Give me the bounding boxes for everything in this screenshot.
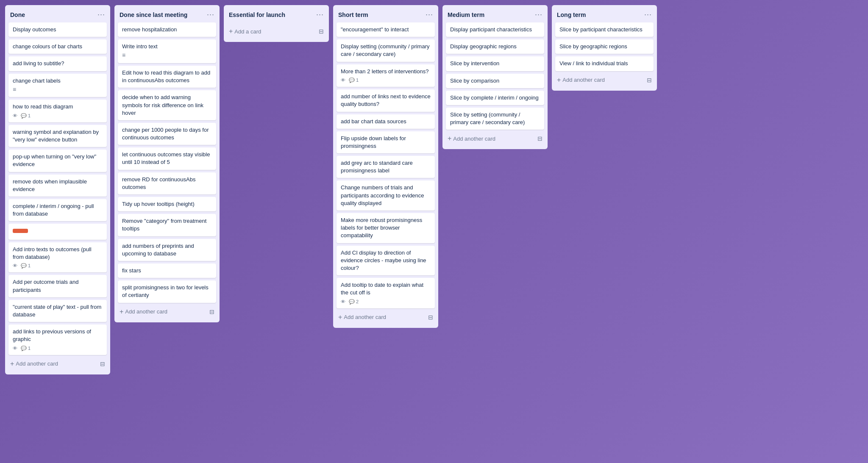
template-icon[interactable]: ⊟ [647,77,652,83]
card[interactable]: Add per outcome trials and participants [8,275,107,297]
card[interactable]: Flip upside down labels for promisingnes… [337,131,435,153]
column-header-long-term: Long term··· [555,9,654,22]
template-icon[interactable]: ⊟ [209,308,214,315]
card-text: add grey arc to standard care promisingn… [341,160,413,174]
card[interactable]: warning symbol and explanation by "very … [8,125,107,147]
template-icon[interactable]: ⊟ [537,135,542,142]
column-header-essential-launch: Essential for launch··· [227,9,326,22]
card-text: "current state of play" text - pull from… [13,304,101,318]
card[interactable]: decide when to add warning symbols for r… [118,90,216,120]
card[interactable]: Slice by complete / interim / ongoing [446,91,544,105]
card-watch-icon: 👁 [13,345,17,352]
column-menu-done-since-last[interactable]: ··· [207,10,214,19]
add-card-button-long-term[interactable]: +Add another card⊟ [555,74,654,86]
card-comment-icon: 💬 1 [21,113,31,119]
card-text: Add CI display to direction of evidence … [341,250,426,271]
card[interactable]: Slice by participant characteristics [555,22,654,37]
card[interactable]: Slice by comparison [446,74,544,88]
card[interactable]: Add tooltip to date to explain what the … [337,278,435,308]
card[interactable]: "current state of play" text - pull from… [8,300,107,322]
card[interactable]: Slice by geographic regions [555,39,654,54]
card-text: Add per outcome trials and participants [13,279,78,293]
card-text: Slice by complete / interim / ongoing [450,94,539,101]
column-title-medium-term: Medium term [448,11,484,18]
card[interactable]: Make more robust promisingness labels fo… [337,213,435,243]
card[interactable]: fix stars [118,263,216,278]
card[interactable]: Display geographic regions [446,39,544,54]
card[interactable]: "encouragement" to interact [337,22,435,37]
card[interactable]: Tidy up hover tooltips (height) [118,197,216,211]
add-card-plus-icon: + [10,360,14,368]
card[interactable]: Display participant characteristics [446,22,544,37]
template-icon[interactable]: ⊟ [428,314,433,321]
card[interactable]: Add CI display to direction of evidence … [337,246,435,276]
card-comment-icon: 💬 2 [349,299,359,305]
column-menu-long-term[interactable]: ··· [644,10,652,19]
card[interactable]: Edit how to read this diagram to add in … [118,66,216,88]
card[interactable]: add living to subtitle? [8,56,107,71]
card-footer: 👁💬 1 [13,345,103,352]
card[interactable]: Write intro text≡ [118,39,216,63]
card[interactable]: add number of links next to evidence qua… [337,89,435,111]
card-text: remove hospitalization [122,26,177,33]
add-card-left: +Add another card [557,76,605,84]
column-menu-short-term[interactable]: ··· [426,10,433,19]
add-card-button-essential-launch[interactable]: +Add a card⊟ [227,25,326,38]
card[interactable]: add bar chart data sources [337,114,435,129]
card[interactable]: Display setting (community / primary car… [337,39,435,61]
card[interactable]: remove hospitalization [118,22,216,37]
card-text: Display setting (community / primary car… [341,43,430,57]
card[interactable]: Change numbers of trials and participant… [337,180,435,211]
card[interactable]: change colours of bar charts [8,39,107,54]
add-card-button-medium-term[interactable]: +Add another card⊟ [446,132,544,145]
template-icon[interactable]: ⊟ [100,360,105,367]
column-menu-essential-launch[interactable]: ··· [316,10,324,19]
template-icon[interactable]: ⊟ [319,28,324,35]
column-medium-term: Medium term···Display participant charac… [442,5,548,149]
card-text: add bar chart data sources [341,118,406,125]
card[interactable]: split promisingness in two for levels of… [118,280,216,302]
add-card-button-done-since-last[interactable]: +Add another card⊟ [118,305,216,318]
card-text: change per 1000 people to days for conti… [122,127,209,141]
column-title-done: Done [10,11,25,18]
card[interactable]: Slice by intervention [446,56,544,71]
card-text: Make more robust promisingness labels fo… [341,217,422,238]
card-text: change colours of bar charts [13,43,82,50]
card[interactable] [8,224,107,239]
card[interactable]: change chart labels≡ [8,74,107,97]
add-card-plus-icon: + [338,313,342,321]
card-footer: 👁💬 1 [13,113,103,119]
card[interactable]: how to read this diagram👁💬 1 [8,100,107,122]
cards-list-done: Display outcomeschange colours of bar ch… [8,22,107,355]
card[interactable]: complete / interim / ongoing - pull from… [8,199,107,221]
card-text: More than 2 letters of interventions? [341,68,428,75]
card[interactable]: View / link to individual trials [555,56,654,71]
add-card-button-short-term[interactable]: +Add another card⊟ [337,311,435,324]
card[interactable]: Remove "category" from treatment tooltip… [118,214,216,236]
card-footer: 👁💬 1 [341,77,431,83]
card[interactable]: Slice by setting (community / primary ca… [446,108,544,130]
card[interactable]: let continuous outcomes stay visible unt… [118,147,216,169]
card[interactable]: remove dots when implausible evidence [8,175,107,197]
column-title-done-since-last: Done since last meeting [120,11,187,18]
card-text: Add tooltip to date to explain what the … [341,282,423,296]
card-footer: 👁💬 1 [13,263,103,269]
card[interactable]: change per 1000 people to days for conti… [118,123,216,145]
card[interactable]: Display outcomes [8,22,107,37]
add-card-label: Add another card [125,308,167,315]
card[interactable]: add links to previous versions of graphi… [8,324,107,355]
card-text: Flip upside down labels for promisingnes… [341,135,406,149]
column-menu-medium-term[interactable]: ··· [535,10,542,19]
card[interactable]: add grey arc to standard care promisingn… [337,156,435,178]
column-header-done: Done··· [8,9,107,22]
column-menu-done[interactable]: ··· [97,10,105,19]
card[interactable]: remove RD for continuousAbs outcomes [118,172,216,194]
card[interactable]: Add intro texts to outcomes (pull from d… [8,242,107,273]
card[interactable]: add numbers of preprints and upcoming to… [118,239,216,261]
card[interactable]: pop-up when turning on "very low" eviden… [8,150,107,172]
card-watch-icon: 👁 [341,77,345,83]
cards-list-medium-term: Display participant characteristicsDispl… [446,22,544,130]
add-card-button-done[interactable]: +Add another card⊟ [8,358,107,370]
card-text: complete / interim / ongoing - pull from… [13,203,94,217]
card[interactable]: More than 2 letters of interventions?👁💬 … [337,64,435,87]
